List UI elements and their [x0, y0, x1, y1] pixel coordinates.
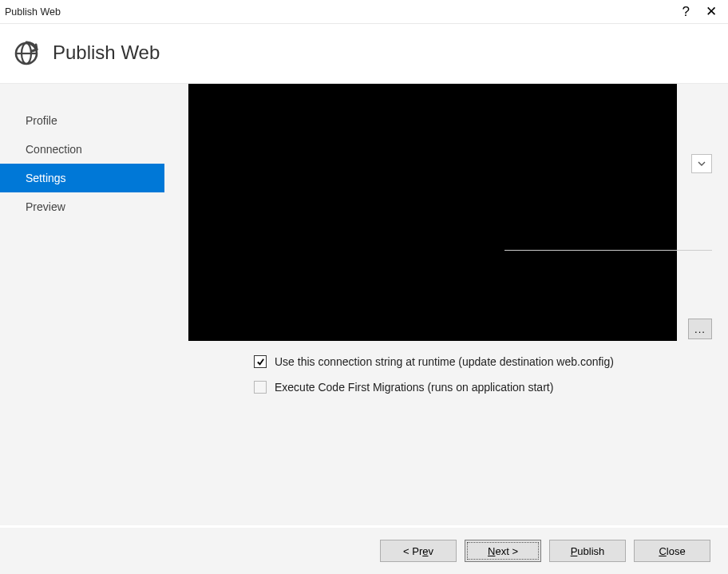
browse-button[interactable]: ... — [688, 319, 712, 339]
sidebar-item-connection[interactable]: Connection — [0, 135, 164, 164]
redacted-area — [188, 84, 677, 341]
publish-button[interactable]: Publish — [549, 540, 626, 562]
chevron-down-icon — [698, 161, 706, 167]
use-connection-label: Use this connection string at runtime (u… — [275, 355, 614, 368]
dialog-title: Publish Web — [53, 42, 160, 64]
window-controls: ? ✕ — [682, 5, 723, 18]
dialog-body: Profile Connection Settings Preview ... … — [0, 84, 728, 525]
sidebar-item-settings[interactable]: Settings — [0, 164, 164, 192]
close-icon[interactable]: ✕ — [706, 5, 717, 18]
wizard-content: ... Use this connection string at runtim… — [164, 84, 728, 525]
config-dropdown-button[interactable] — [691, 154, 712, 173]
sidebar-item-preview[interactable]: Preview — [0, 192, 164, 221]
dialog-footer: < Prev Next > Publish Close — [0, 528, 728, 574]
next-button[interactable]: Next > — [465, 540, 541, 562]
wizard-sidebar: Profile Connection Settings Preview — [0, 84, 164, 525]
title-bar: Publish Web ? ✕ — [0, 0, 728, 24]
check-icon — [256, 358, 265, 366]
migrations-row: Execute Code First Migrations (runs on a… — [254, 381, 553, 394]
globe-publish-icon — [13, 38, 42, 67]
close-button[interactable]: Close — [634, 540, 710, 562]
separator-line — [504, 250, 712, 251]
use-connection-row: Use this connection string at runtime (u… — [254, 355, 614, 368]
window-title: Publish Web — [5, 6, 61, 18]
migrations-label: Execute Code First Migrations (runs on a… — [275, 381, 553, 394]
migrations-checkbox[interactable] — [254, 381, 267, 394]
prev-button[interactable]: < Prev — [380, 540, 457, 562]
sidebar-item-profile[interactable]: Profile — [0, 106, 164, 135]
help-icon[interactable]: ? — [682, 5, 690, 18]
dialog-header: Publish Web — [0, 24, 728, 84]
use-connection-checkbox[interactable] — [254, 355, 267, 368]
